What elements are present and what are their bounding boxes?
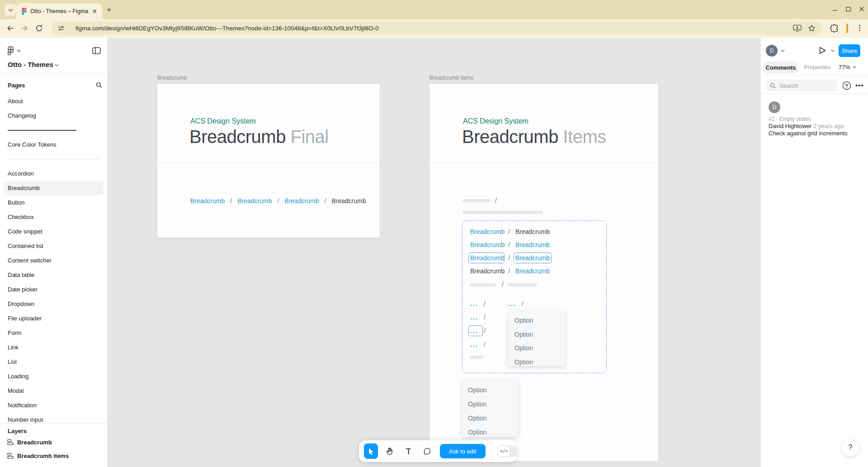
sidebar-page-accordion[interactable]: Accordion xyxy=(0,167,107,181)
share-button[interactable]: Share xyxy=(839,44,860,57)
main-menu-chevron-icon[interactable] xyxy=(17,49,21,52)
sidebar-page-code-snippet[interactable]: Code snippet xyxy=(0,224,107,239)
zoom-menu[interactable]: 77% xyxy=(839,64,856,71)
sidebar-page-about[interactable]: About xyxy=(0,94,107,109)
menu-option[interactable]: Option xyxy=(462,397,519,411)
figma-logo-icon[interactable] xyxy=(7,46,14,56)
overflow-ellipsis[interactable]: ... xyxy=(470,341,481,348)
tab-comments[interactable]: Comments xyxy=(763,62,798,73)
comment-thread[interactable]: #1 · Empty states xyxy=(769,116,811,122)
breadcrumb-row-links[interactable]: Breadcrumb/Breadcrumb xyxy=(470,241,550,248)
breadcrumb-link[interactable]: Breadcrumb xyxy=(515,267,550,275)
breadcrumb-link[interactable]: Breadcrumb xyxy=(190,197,225,205)
sidebar-page-changelog[interactable]: Changelog xyxy=(0,109,107,123)
present-chevron-icon[interactable] xyxy=(831,49,835,52)
breadcrumb-row-default[interactable]: Breadcrumb/Breadcrumb xyxy=(470,228,550,235)
user-avatar[interactable]: D xyxy=(766,45,778,57)
overflow-ellipsis[interactable]: ... xyxy=(470,300,481,307)
ask-to-edit-button[interactable]: Ask to edit xyxy=(440,444,486,458)
sidebar-page-link[interactable]: Link xyxy=(0,340,107,355)
comment-body[interactable]: Check against grid increments xyxy=(769,130,848,137)
text-tool-button[interactable]: T xyxy=(401,443,415,459)
sidebar-page-list[interactable]: List xyxy=(0,355,107,369)
forward-icon[interactable] xyxy=(21,24,28,32)
layer-item-breadcrumb-items[interactable]: Breadcrumb items xyxy=(0,450,107,462)
frame1-breadcrumb[interactable] xyxy=(157,84,380,238)
menu-option[interactable]: Option xyxy=(462,411,519,425)
toggle-sidebar-icon[interactable] xyxy=(92,47,101,54)
sidebar-page-breadcrumb[interactable]: Breadcrumb xyxy=(4,181,104,195)
breadcrumb-link-focused[interactable]: Breadcrumb xyxy=(515,254,550,262)
sidebar-page-loading[interactable]: Loading xyxy=(0,369,107,384)
hand-tool-button[interactable] xyxy=(383,443,397,459)
comments-search[interactable] xyxy=(766,80,838,91)
frame1-breadcrumb-demo[interactable]: Breadcrumb/ Breadcrumb/ Breadcrumb/ Brea… xyxy=(190,197,366,205)
menu-option[interactable]: Option xyxy=(462,425,519,439)
breadcrumb-overflow-row-open[interactable]: .../ xyxy=(508,300,524,307)
breadcrumb-row-focus[interactable]: Breadcrumb/Breadcrumb xyxy=(470,254,550,262)
new-tab-button[interactable]: + xyxy=(107,6,112,14)
tab-properties[interactable]: Properties xyxy=(804,64,830,71)
tab-close-icon[interactable]: ✕ xyxy=(90,7,99,15)
breadcrumb-link[interactable]: Breadcrumb xyxy=(470,228,503,235)
sidebar-page-form[interactable]: Form xyxy=(0,326,107,340)
comment-tool-button[interactable] xyxy=(420,443,434,459)
comments-more-icon[interactable]: ••• xyxy=(855,81,864,89)
sidebar-page-contained-list[interactable]: Contained list xyxy=(0,239,107,253)
sidebar-page-checkbox[interactable]: Checkbox xyxy=(0,210,107,224)
file-name-chevron-icon[interactable] xyxy=(55,64,59,67)
layer-item-breadcrumb[interactable]: Breadcrumb xyxy=(0,436,107,448)
comment-author-line[interactable]: David Hightower 2 years ago xyxy=(769,123,844,129)
site-info-icon[interactable] xyxy=(58,25,65,32)
sidebar-page-dropdown[interactable]: Dropdown xyxy=(0,297,107,311)
move-tool-button[interactable] xyxy=(364,443,378,459)
breadcrumb-link[interactable]: Breadcrumb xyxy=(284,197,319,205)
breadcrumb-overflow-row[interactable]: .../ xyxy=(470,300,486,307)
extensions-puzzle-icon[interactable] xyxy=(830,24,839,33)
overflow-ellipsis-focused[interactable]: ... xyxy=(470,327,481,334)
file-name[interactable]: Otto - Themes xyxy=(8,61,53,68)
menu-option[interactable]: Option xyxy=(508,314,565,328)
browser-menu-icon[interactable] xyxy=(856,24,863,32)
menu-option[interactable]: Option xyxy=(508,355,565,369)
breadcrumb-link[interactable]: Breadcrumb xyxy=(470,241,503,248)
help-button[interactable]: ? xyxy=(842,439,859,456)
pages-search-icon[interactable] xyxy=(96,82,102,88)
dev-mode-toggle[interactable]: </> xyxy=(498,445,516,457)
menu-option[interactable]: Option xyxy=(508,328,565,342)
window-minimize-icon[interactable] xyxy=(832,6,838,12)
sidebar-page-date-picker[interactable]: Date picker xyxy=(0,282,107,297)
window-maximize-icon[interactable] xyxy=(846,7,851,12)
sidebar-page-modal[interactable]: Modal xyxy=(0,384,107,398)
browser-tab[interactable]: Otto - Themes – Figma ✕ xyxy=(16,3,102,19)
menu-option[interactable]: Option xyxy=(462,383,519,397)
sidebar-page-button[interactable]: Button xyxy=(0,195,107,210)
breadcrumb-row-current-first[interactable]: Breadcrumb/Breadcrumb xyxy=(470,267,550,275)
breadcrumb-link-focused[interactable]: Breadcrumb xyxy=(470,254,503,262)
breadcrumb-overflow-row[interactable]: .../ xyxy=(470,314,486,321)
sidebar-page-content-switcher[interactable]: Content switcher xyxy=(0,253,107,268)
breadcrumb-link[interactable]: Breadcrumb xyxy=(237,197,272,205)
bookmark-star-icon[interactable] xyxy=(808,24,816,32)
overflow-ellipsis[interactable]: ... xyxy=(470,314,481,321)
breadcrumb-overflow-row-focused[interactable]: .../ xyxy=(470,327,486,334)
breadcrumb-overflow-row[interactable]: .../ xyxy=(470,341,486,348)
window-close-icon[interactable] xyxy=(859,6,864,12)
avatar-chevron-icon[interactable] xyxy=(781,49,785,52)
profile-indicator[interactable] xyxy=(846,24,848,33)
sidebar-page-core-color-tokens[interactable]: Core Color Tokens xyxy=(0,138,107,152)
frame1-label[interactable]: Breadcrumb xyxy=(157,74,187,81)
back-icon[interactable] xyxy=(6,24,14,32)
frame2-label[interactable]: Breadcrumb items xyxy=(429,74,473,81)
present-play-icon[interactable] xyxy=(817,46,827,55)
sidebar-page-notification[interactable]: Notification xyxy=(0,398,107,413)
sidebar-page-file-uploader[interactable]: File uploader xyxy=(0,311,107,326)
search-input[interactable] xyxy=(778,82,835,90)
menu-option[interactable]: Option xyxy=(508,341,565,355)
comments-filter-icon[interactable] xyxy=(842,81,852,91)
tab-search-button[interactable] xyxy=(5,4,16,16)
overflow-ellipsis[interactable]: ... xyxy=(508,300,519,307)
url-bar[interactable]: figma.com/design/wHi6DEgYOv3Mtyj9SlBKuW/… xyxy=(52,21,822,35)
install-app-icon[interactable] xyxy=(793,24,802,32)
sidebar-page-data-table[interactable]: Data table xyxy=(0,268,107,282)
